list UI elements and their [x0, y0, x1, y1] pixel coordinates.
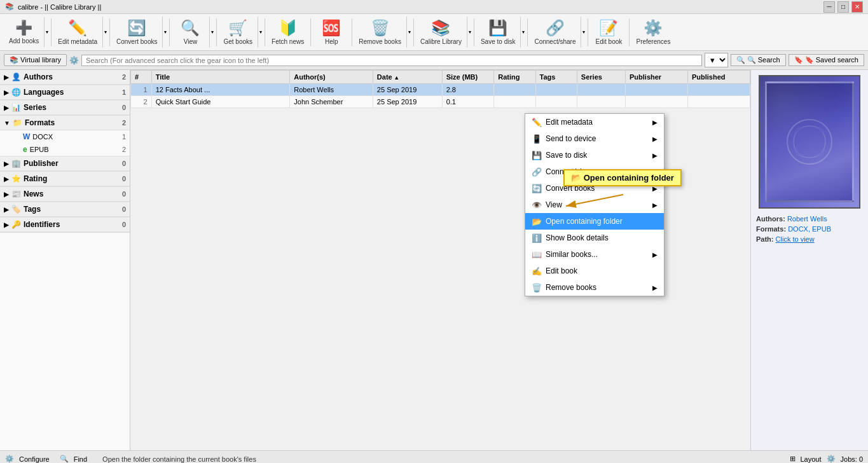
sidebar-item-publisher[interactable]: ▶ 🏢 Publisher 0	[0, 156, 130, 171]
get-books-group: 🛒 Get books ▾	[218, 17, 263, 48]
col-title[interactable]: Title	[151, 71, 290, 84]
title-bar-controls[interactable]: ─ □ ✕	[823, 1, 863, 13]
series-collapse-icon: ▶	[4, 104, 9, 111]
sidebar-item-rating[interactable]: ▶ ⭐ Rating 0	[0, 172, 130, 186]
sidebar-item-docx[interactable]: W DOCX 1	[0, 130, 130, 143]
get-books-arrow[interactable]: ▾	[258, 17, 263, 48]
find-button[interactable]: Find	[74, 455, 87, 463]
col-author[interactable]: Author(s)	[290, 71, 373, 84]
saved-search-button[interactable]: 🔖 🔖 Saved search	[789, 54, 864, 66]
epub-icon: e	[23, 145, 27, 154]
fetch-news-button[interactable]: 🔰 Fetch news	[266, 17, 309, 48]
row-num: 2	[131, 96, 152, 108]
edit-metadata-button[interactable]: ✏️ Edit metadata	[53, 17, 102, 48]
ctx-similar-books[interactable]: 📖 Similar books... ▶	[525, 246, 664, 263]
remove-books-button[interactable]: 🗑️ Remove books	[354, 17, 406, 48]
ctx-edit-metadata[interactable]: ✏️ Edit metadata ▶	[525, 114, 664, 130]
configure-button[interactable]: Configure	[19, 455, 50, 463]
add-books-arrow[interactable]: ▾	[44, 17, 50, 47]
col-publisher[interactable]: Publisher	[626, 71, 688, 84]
sidebar-item-formats[interactable]: ▼ 📁 Formats 2	[0, 116, 130, 130]
maximize-button[interactable]: □	[837, 1, 849, 13]
convert-icon: 🔄	[127, 19, 146, 37]
view-button[interactable]: 🔍 View	[171, 17, 209, 48]
search-dropdown[interactable]: ▾	[705, 53, 728, 67]
ctx-save-to-disk[interactable]: 💾 Save to disk ▶	[525, 147, 664, 163]
sidebar-section-authors: ▶ 👤 Authors 2	[0, 70, 130, 85]
edit-book-button[interactable]: 📝 Edit book	[589, 17, 628, 48]
edit-metadata-arrow[interactable]: ▾	[102, 17, 108, 48]
table-row[interactable]: 2 Quick Start Guide John Schember 25 Sep…	[131, 96, 750, 108]
sidebar-item-epub[interactable]: e EPUB 2	[0, 143, 130, 156]
add-books-button[interactable]: ➕ Add books	[4, 17, 44, 47]
calibre-library-button[interactable]: 📚 Calibre Library	[415, 17, 467, 48]
meta-authors-row: Authors: Robert Wells	[756, 215, 863, 223]
preferences-label: Preferences	[636, 38, 670, 45]
sidebar-item-languages[interactable]: ▶ 🌐 Languages 1	[0, 85, 130, 100]
minimize-button[interactable]: ─	[823, 1, 835, 13]
layout-button[interactable]: Layout	[801, 455, 822, 463]
jobs-label: Jobs: 0	[841, 455, 863, 463]
sidebar-item-series[interactable]: ▶ 📊 Series 0	[0, 100, 130, 115]
col-rating[interactable]: Rating	[494, 71, 535, 84]
row-size: 0.1	[442, 96, 494, 108]
col-published[interactable]: Published	[687, 71, 750, 84]
ctx-edit-book[interactable]: ✍️ Edit book	[525, 263, 664, 279]
sidebar-item-news[interactable]: ▶ 📰 News 0	[0, 187, 130, 202]
calibre-library-label: Calibre Library	[420, 38, 462, 45]
sidebar-section-rating: ▶ ⭐ Rating 0	[0, 172, 130, 187]
virtual-library-button[interactable]: 📚 Virtual library	[4, 54, 67, 66]
identifiers-icon: 🔑	[11, 220, 21, 229]
edit-metadata-icon: ✏️	[68, 19, 87, 37]
col-num[interactable]: #	[131, 71, 152, 84]
ctx-remove-books[interactable]: 🗑️ Remove books ▶	[525, 279, 664, 296]
meta-path-link[interactable]: Click to view	[776, 235, 815, 243]
connect-share-button[interactable]: 🔗 Connect/share	[529, 17, 581, 48]
row-series	[577, 96, 625, 108]
col-tags[interactable]: Tags	[535, 71, 577, 84]
col-series[interactable]: Series	[577, 71, 625, 84]
help-button[interactable]: 🆘 Help	[312, 17, 350, 48]
search-button[interactable]: 🔍 🔍 Search	[731, 54, 786, 66]
news-label: News	[24, 190, 43, 198]
save-to-disk-button[interactable]: 💾 Save to disk	[476, 17, 520, 48]
row-published	[687, 96, 750, 108]
col-size[interactable]: Size (MB)	[442, 71, 494, 84]
identifiers-count: 0	[122, 221, 126, 228]
ctx-send-to-device[interactable]: 📱 Send to device ▶	[525, 130, 664, 147]
search-input[interactable]	[81, 55, 702, 66]
convert-books-button[interactable]: 🔄 Convert books	[111, 17, 162, 48]
ctx-send-device-label: Send to device	[546, 134, 596, 143]
callout-tooltip: 📂 Open containing folder	[563, 169, 682, 186]
saved-search-label: 🔖 Saved search	[805, 56, 858, 64]
help-icon: 🆘	[322, 19, 341, 37]
row-author: John Schember	[290, 96, 373, 108]
ctx-save-disk-icon: 💾	[532, 150, 542, 160]
preferences-button[interactable]: ⚙️ Preferences	[631, 17, 675, 48]
connect-share-arrow[interactable]: ▾	[581, 17, 586, 48]
view-arrow[interactable]: ▾	[209, 17, 215, 48]
table-row[interactable]: 1 12 Facts About ... Robert Wells 25 Sep…	[131, 84, 750, 96]
remove-books-arrow[interactable]: ▾	[406, 17, 412, 48]
book-table: # Title Author(s) Date Size (MB) Rating …	[130, 70, 750, 108]
sidebar-item-identifiers[interactable]: ▶ 🔑 Identifiers 0	[0, 218, 130, 232]
ctx-connect-icon: 🔗	[532, 167, 542, 177]
get-books-button[interactable]: 🛒 Get books	[218, 17, 258, 48]
publisher-label: Publisher	[24, 159, 59, 168]
sidebar-item-tags[interactable]: ▶ 🏷️ Tags 0	[0, 202, 130, 217]
convert-arrow[interactable]: ▾	[162, 17, 168, 48]
series-icon: 📊	[11, 103, 21, 112]
calibre-library-arrow[interactable]: ▾	[467, 17, 472, 48]
save-to-disk-arrow[interactable]: ▾	[520, 17, 526, 48]
col-date[interactable]: Date	[373, 71, 442, 84]
epub-label: EPUB	[30, 146, 49, 153]
connect-share-label: Connect/share	[534, 38, 575, 45]
identifiers-label: Identifiers	[24, 220, 60, 229]
ctx-show-book-details[interactable]: ℹ️ Show Book details	[525, 230, 664, 246]
edit-book-label: Edit book	[596, 38, 623, 45]
search-gear-icon[interactable]: ⚙️	[69, 56, 79, 65]
languages-icon: 🌐	[11, 88, 21, 97]
close-button[interactable]: ✕	[851, 1, 863, 13]
sidebar-item-authors[interactable]: ▶ 👤 Authors 2	[0, 70, 130, 85]
ctx-open-folder[interactable]: 📂 Open containing folder	[525, 213, 664, 230]
